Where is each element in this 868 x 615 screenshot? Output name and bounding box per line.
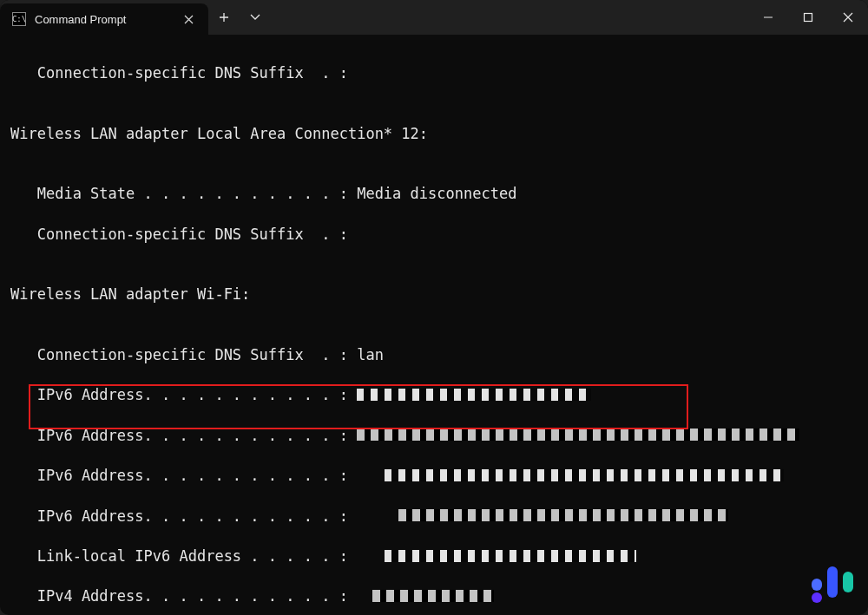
watermark-logo [809,563,856,603]
tab-actions [208,0,271,35]
close-button[interactable] [828,0,868,35]
redacted-value [357,389,591,401]
cmd-icon: C:\ [12,12,26,26]
tab-label: Command Prompt [35,13,172,26]
titlebar: C:\ Command Prompt [0,0,868,35]
minimize-button[interactable] [748,0,788,35]
output-line: Link-local IPv6 Address . . . . . : [10,546,858,566]
output-line: Connection-specific DNS Suffix . : [10,63,858,83]
output-line: Media State . . . . . . . . . . . : Medi… [10,184,858,204]
redacted-value [385,469,784,481]
redacted-value [385,550,636,562]
redacted-value [372,590,494,602]
terminal-output[interactable]: Connection-specific DNS Suffix . : Wirel… [0,35,868,615]
maximize-button[interactable] [788,0,828,35]
output-line: Connection-specific DNS Suffix . : [10,225,858,245]
redacted-value [357,429,799,441]
output-line: IPv6 Address. . . . . . . . . . . : [10,385,858,405]
terminal-window: C:\ Command Prompt [0,0,868,615]
titlebar-drag-region[interactable] [271,0,748,35]
output-line: IPv4 Address. . . . . . . . . . . : [10,586,858,606]
output-line: IPv6 Address. . . . . . . . . . . : [10,507,858,527]
output-line: IPv6 Address. . . . . . . . . . . : [10,426,858,446]
redacted-value [398,509,728,521]
tab-close-icon[interactable] [181,11,196,27]
tab-active[interactable]: C:\ Command Prompt [0,3,208,35]
output-line: Wireless LAN adapter Wi-Fi: [10,285,858,304]
svg-rect-0 [805,14,812,22]
output-line: Connection-specific DNS Suffix . : lan [10,345,858,365]
tab-dropdown-button[interactable] [240,0,271,35]
window-controls [748,0,868,35]
output-line: IPv6 Address. . . . . . . . . . . : [10,466,858,486]
output-line: Wireless LAN adapter Local Area Connecti… [10,124,858,144]
new-tab-button[interactable] [208,0,240,35]
